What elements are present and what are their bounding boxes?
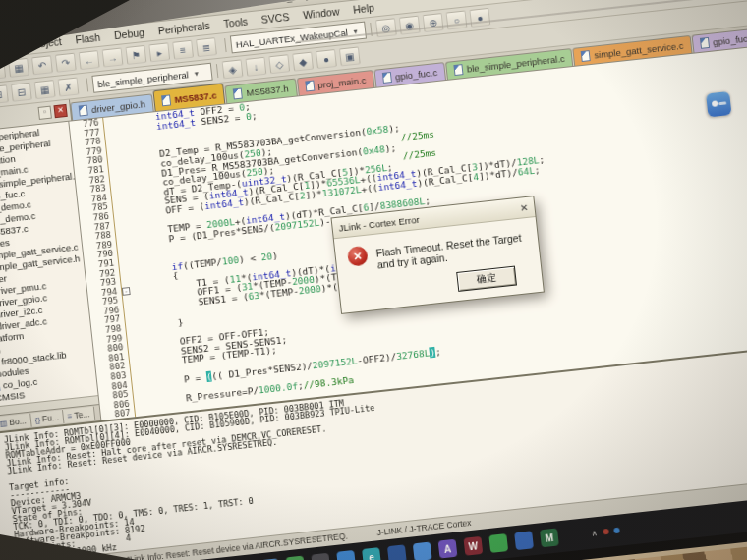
bookmark-icon[interactable]: ⚑ <box>125 45 146 65</box>
fold-icon[interactable]: - <box>122 287 131 296</box>
taskbar-red-app-icon[interactable]: W <box>463 536 483 556</box>
undo-icon[interactable]: ↶ <box>31 55 53 75</box>
tab-label: driver_gpio.h <box>91 98 146 115</box>
toolbar-separator <box>224 38 227 52</box>
file-icon <box>700 37 710 49</box>
taskbar-messenger-icon[interactable] <box>336 550 356 560</box>
menu-item-peripherals[interactable]: Peripherals <box>157 20 210 37</box>
taskbar-edge-icon[interactable]: e <box>362 547 381 560</box>
batch-build-icon[interactable]: ▦ <box>34 80 56 99</box>
taskbar-dark-app-icon[interactable] <box>311 553 330 560</box>
tree-item-label: CMSIS <box>0 389 26 403</box>
panel-tab-label: Fu... <box>41 413 59 424</box>
erase-icon[interactable]: ◇ <box>268 54 290 74</box>
close-icon[interactable]: ✕ <box>53 104 67 118</box>
taskbar-wechat-icon[interactable] <box>488 533 508 553</box>
find-in-files-icon[interactable]: ◉ <box>399 16 421 35</box>
close-icon[interactable]: ✕ <box>520 201 530 213</box>
file-icon <box>453 64 463 76</box>
file-icon <box>381 72 391 84</box>
zoom-icon[interactable]: ⊕ <box>423 13 444 32</box>
build-icon[interactable]: ⊞ <box>0 84 9 104</box>
manage-components-icon[interactable]: ▣ <box>339 46 361 66</box>
taskbar-green-app-icon[interactable] <box>286 556 306 560</box>
ok-button[interactable]: 确定 <box>456 266 517 292</box>
floating-assistant-icon[interactable] <box>706 91 731 117</box>
tray-blue-icon[interactable] <box>613 528 620 534</box>
menu-item-svcs[interactable]: SVCS <box>260 11 290 26</box>
stop-build-icon[interactable]: ✗ <box>58 78 80 97</box>
file-icon <box>305 81 315 92</box>
menu-item-flash[interactable]: Flash <box>75 31 101 46</box>
breakpoint-icon[interactable]: ● <box>316 49 337 69</box>
target-options-icon[interactable]: ◈ <box>222 59 244 79</box>
panel-tab-icon: ▥ <box>0 419 8 428</box>
system-tray: ∧ <box>591 526 620 537</box>
panel-tab-label: Bo... <box>9 416 27 427</box>
target-combo-value: ble_simple_peripheral <box>97 69 190 89</box>
tab-label: proj_main.c <box>317 75 367 90</box>
tab-label: gpio_fuc.h <box>713 32 747 48</box>
panel-tab-label: Te... <box>74 409 90 420</box>
taskbar-blue-grid-app-icon[interactable] <box>514 531 534 550</box>
taskbar-browser-icon[interactable] <box>387 544 407 560</box>
file-icon <box>581 50 591 62</box>
rebuild-icon[interactable]: ⊟ <box>11 83 32 102</box>
download-icon[interactable]: ↓ <box>245 57 266 77</box>
nav-forward-icon[interactable]: → <box>102 47 124 67</box>
menu-item-window[interactable]: Window <box>303 5 340 21</box>
file-icon <box>233 88 243 100</box>
photo-frame: fr8000-master\fr8000-master\examples\non… <box>0 0 747 560</box>
tab-label: MS5837.h <box>246 83 289 98</box>
dot-icon[interactable]: ● <box>469 8 490 28</box>
menu-item-help[interactable]: Help <box>353 2 375 16</box>
tab-label: MS5837.c <box>174 89 217 105</box>
find-icon[interactable]: ◎ <box>375 18 397 37</box>
chevron-down-icon: ▾ <box>194 69 199 78</box>
tab-label: gpio_fuc.c <box>394 67 437 83</box>
toolbar-separator <box>216 64 219 78</box>
panel-tab-icon: ≡ <box>67 412 73 420</box>
circle-icon[interactable]: ○ <box>446 10 468 29</box>
uncomment-icon[interactable]: ≣ <box>196 37 217 57</box>
menu-item-debug[interactable]: Debug <box>113 27 144 41</box>
comment-icon[interactable]: ≡ <box>172 40 194 60</box>
error-icon: ✕ <box>347 246 369 267</box>
file-icon <box>161 94 171 106</box>
redo-icon[interactable]: ↷ <box>55 53 77 73</box>
taskbar-purple-app-icon[interactable]: A <box>438 539 458 559</box>
tray-red-icon[interactable] <box>603 529 609 535</box>
file-icon <box>79 105 88 117</box>
tray-chevron-icon[interactable]: ∧ <box>591 529 598 538</box>
screen: fr8000-master\fr8000-master\examples\non… <box>0 0 747 560</box>
menu-item-tools[interactable]: Tools <box>223 16 249 30</box>
toolbar-separator <box>86 78 89 91</box>
indent-icon[interactable]: ▸ <box>148 42 170 62</box>
file-icon <box>0 379 1 392</box>
taskbar-terminal-app-icon[interactable]: M <box>540 528 559 547</box>
monitor-scene: fr8000-master\fr8000-master\examples\non… <box>0 0 747 560</box>
pin-icon[interactable]: ▫ <box>38 106 52 120</box>
debug-session-icon[interactable]: ◆ <box>292 52 314 72</box>
taskbar-bilibili-icon[interactable] <box>413 542 432 560</box>
panel-tab-icon: {} <box>34 415 40 424</box>
nav-back-icon[interactable]: ← <box>79 50 100 70</box>
tree-item-label: lib <box>0 344 1 356</box>
